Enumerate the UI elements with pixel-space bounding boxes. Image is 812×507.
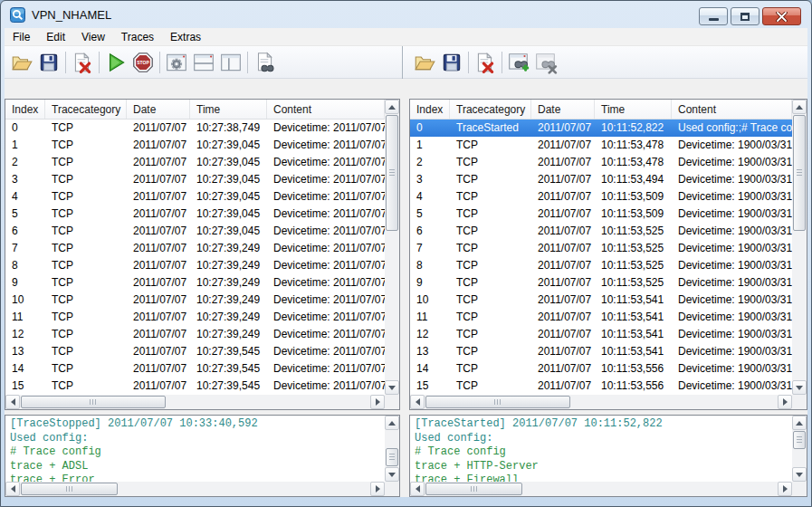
table-row[interactable]: 7TCP2011/07/0710:27:39,249Devicetime: 20… xyxy=(5,240,385,257)
table-row[interactable]: 11TCP2011/07/0710:27:39,249Devicetime: 2… xyxy=(5,309,385,326)
table-row[interactable]: 6TCP2011/07/0710:11:53,525Devicetime: 19… xyxy=(410,223,792,240)
remove-view-button[interactable] xyxy=(532,49,559,76)
scroll-up-button[interactable] xyxy=(792,416,807,430)
scrollbar-thumb[interactable] xyxy=(386,448,398,466)
scroll-left-button[interactable] xyxy=(410,482,425,496)
horizontal-scrollbar[interactable] xyxy=(410,482,792,496)
stop-trace-button[interactable]: STOP xyxy=(129,49,157,76)
table-row[interactable]: 0TCP2011/07/0710:27:38,749Devicetime: 20… xyxy=(5,120,385,137)
vertical-scrollbar[interactable] xyxy=(385,416,399,482)
open-trace-button[interactable] xyxy=(8,49,35,76)
split-horizontal-button[interactable] xyxy=(190,49,217,76)
scroll-left-button[interactable] xyxy=(5,395,20,409)
column-header-index[interactable]: Index xyxy=(410,100,450,119)
scrollbar-thumb[interactable] xyxy=(386,115,398,231)
table-row[interactable]: 9TCP2011/07/0710:27:39,249Devicetime: 20… xyxy=(5,274,385,292)
table-row[interactable]: 2TCP2011/07/0710:27:39,045Devicetime: 20… xyxy=(5,154,385,171)
table-row[interactable]: 12TCP2011/07/0710:27:39,249Devicetime: 2… xyxy=(5,326,385,343)
start-trace-button[interactable] xyxy=(102,49,129,76)
table-row[interactable]: 8TCP2011/07/0710:11:53,525Devicetime: 19… xyxy=(410,257,792,274)
table-row[interactable]: 13TCP2011/07/0710:11:53,541Devicetime: 1… xyxy=(410,343,792,360)
vertical-scrollbar[interactable] xyxy=(792,100,807,395)
table-row[interactable]: 3TCP2011/07/0710:27:39,045Devicetime: 20… xyxy=(5,171,385,188)
table-body[interactable]: 0TraceStarted2011/07/0710:11:52,822Used … xyxy=(410,120,792,395)
trace-config-button[interactable] xyxy=(163,49,190,76)
table-row[interactable]: 10TCP2011/07/0710:11:53,541Devicetime: 1… xyxy=(410,292,792,309)
find-trace-button[interactable] xyxy=(251,49,278,76)
scrollbar-thumb[interactable] xyxy=(21,483,118,495)
table-row[interactable]: 13TCP2011/07/0710:27:39,545Devicetime: 2… xyxy=(5,343,385,360)
column-header-tracecategory[interactable]: Tracecategory xyxy=(45,100,127,119)
menu-view[interactable]: View xyxy=(73,28,113,45)
vertical-scrollbar[interactable] xyxy=(385,100,399,395)
table-row[interactable]: 1TCP2011/07/0710:27:39,045Devicetime: 20… xyxy=(5,137,385,154)
scroll-down-button[interactable] xyxy=(385,467,399,482)
horizontal-scrollbar[interactable] xyxy=(410,395,792,409)
add-view-button[interactable] xyxy=(505,49,532,76)
titlebar[interactable]: VPN_NHAMEL xyxy=(1,1,811,28)
table-row[interactable]: 2TCP2011/07/0710:11:53,478Devicetime: 19… xyxy=(410,154,792,171)
scroll-right-button[interactable] xyxy=(370,395,385,409)
column-header-date[interactable]: Date xyxy=(531,100,595,119)
scrollbar-thumb[interactable] xyxy=(425,483,522,495)
menu-file[interactable]: File xyxy=(5,28,38,45)
maximize-button[interactable] xyxy=(731,7,759,25)
horizontal-scrollbar[interactable] xyxy=(5,482,385,496)
delete-trace-button[interactable] xyxy=(69,49,96,76)
scroll-right-button[interactable] xyxy=(778,395,792,409)
scrollbar-thumb[interactable] xyxy=(21,396,166,408)
table-row[interactable]: 4TCP2011/07/0710:27:39,045Devicetime: 20… xyxy=(5,188,385,206)
table-row[interactable]: 3TCP2011/07/0710:11:53,494Devicetime: 19… xyxy=(410,171,792,188)
table-row[interactable]: 5TCP2011/07/0710:11:53,509Devicetime: 19… xyxy=(410,206,792,223)
save-trace-button[interactable] xyxy=(35,49,62,76)
table-row[interactable]: 6TCP2011/07/0710:27:39,045Devicetime: 20… xyxy=(5,223,385,240)
column-header-date[interactable]: Date xyxy=(127,100,190,119)
table-row[interactable]: 1TCP2011/07/0710:11:53,478Devicetime: 19… xyxy=(410,137,792,154)
table-row[interactable]: 14TCP2011/07/0710:27:39,545Devicetime: 2… xyxy=(5,360,385,378)
scrollbar-thumb[interactable] xyxy=(425,396,570,408)
column-header-time[interactable]: Time xyxy=(595,100,672,119)
column-header-content[interactable]: Content xyxy=(672,100,792,119)
table-row[interactable]: 4TCP2011/07/0710:11:53,509Devicetime: 19… xyxy=(410,188,792,206)
table-row[interactable]: 15TCP2011/07/0710:11:53,556Devicetime: 1… xyxy=(410,378,792,395)
table-row[interactable]: 8TCP2011/07/0710:27:39,249Devicetime: 20… xyxy=(5,257,385,274)
column-header-tracecategory[interactable]: Tracecategory xyxy=(450,100,531,119)
column-header-time[interactable]: Time xyxy=(190,100,267,119)
scroll-right-button[interactable] xyxy=(370,482,385,496)
table-row[interactable]: 10TCP2011/07/0710:27:39,249Devicetime: 2… xyxy=(5,292,385,309)
table-row[interactable]: 12TCP2011/07/0710:11:53,541Devicetime: 1… xyxy=(410,326,792,343)
table-row[interactable]: 14TCP2011/07/0710:11:53,556Devicetime: 1… xyxy=(410,360,792,378)
menu-edit[interactable]: Edit xyxy=(38,28,73,45)
table-row[interactable]: 0TraceStarted2011/07/0710:11:52,822Used … xyxy=(410,120,792,137)
scrollbar-thumb[interactable] xyxy=(793,115,806,231)
column-header-content[interactable]: Content xyxy=(267,100,385,119)
open-trace-button[interactable] xyxy=(411,49,438,76)
table-body[interactable]: 0TCP2011/07/0710:27:38,749Devicetime: 20… xyxy=(5,120,385,395)
column-header-index[interactable]: Index xyxy=(5,100,45,119)
trace-pane-left: IndexTracecategoryDateTimeContent 0TCP20… xyxy=(5,99,400,497)
scroll-down-button[interactable] xyxy=(792,380,807,395)
scroll-down-button[interactable] xyxy=(385,380,399,395)
menu-extras[interactable]: Extras xyxy=(162,28,209,45)
scroll-down-button[interactable] xyxy=(792,467,807,482)
scrollbar-thumb[interactable] xyxy=(793,431,806,449)
scroll-up-button[interactable] xyxy=(792,100,807,114)
vertical-scrollbar[interactable] xyxy=(792,416,807,482)
minimize-button[interactable] xyxy=(699,7,728,25)
scroll-up-button[interactable] xyxy=(385,416,399,430)
scroll-left-button[interactable] xyxy=(5,482,20,496)
delete-trace-button[interactable] xyxy=(472,49,499,76)
scroll-up-button[interactable] xyxy=(385,100,399,114)
table-row[interactable]: 7TCP2011/07/0710:11:53,525Devicetime: 19… xyxy=(410,240,792,257)
scroll-left-button[interactable] xyxy=(410,395,425,409)
close-button[interactable] xyxy=(762,7,801,25)
horizontal-scrollbar[interactable] xyxy=(5,395,385,409)
scroll-right-button[interactable] xyxy=(778,482,792,496)
split-vertical-button[interactable] xyxy=(217,49,244,76)
table-row[interactable]: 11TCP2011/07/0710:11:53,541Devicetime: 1… xyxy=(410,309,792,326)
table-row[interactable]: 5TCP2011/07/0710:27:39,045Devicetime: 20… xyxy=(5,206,385,223)
save-trace-button[interactable] xyxy=(438,49,465,76)
menu-traces[interactable]: Traces xyxy=(113,28,162,45)
table-row[interactable]: 15TCP2011/07/0710:27:39,545Devicetime: 2… xyxy=(5,378,385,395)
table-row[interactable]: 9TCP2011/07/0710:11:53,525Devicetime: 19… xyxy=(410,274,792,292)
